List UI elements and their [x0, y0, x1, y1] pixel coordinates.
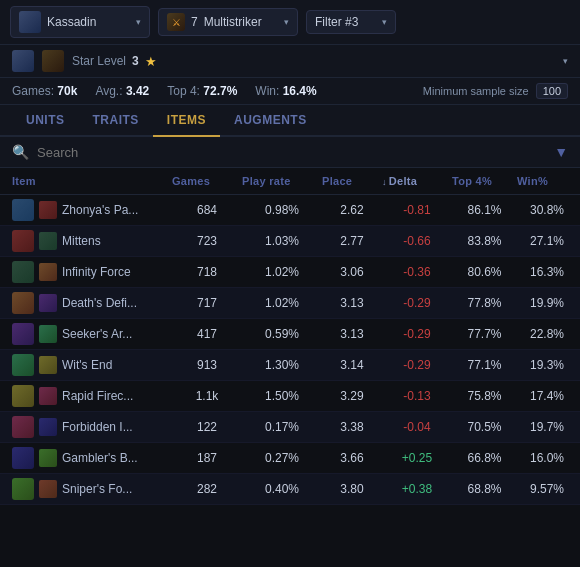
win-cell: 9.57%: [517, 482, 577, 496]
top4-cell: 83.8%: [452, 234, 517, 248]
top-bar: Kassadin ▾ ⚔ 7 Multistriker ▾ Filter #3 …: [0, 0, 580, 45]
item-cell: Zhonya's Pa...: [12, 199, 172, 221]
item-cell: Gambler's B...: [12, 447, 172, 469]
item-name: Infinity Force: [62, 265, 131, 279]
filter-icon[interactable]: ▼: [554, 144, 568, 160]
item-icon-primary: [12, 199, 34, 221]
table-row[interactable]: Seeker's Ar...4170.59%3.13-0.2977.7%22.8…: [0, 319, 580, 350]
win-cell: 19.9%: [517, 296, 577, 310]
delta-cell: -0.04: [382, 420, 452, 434]
top4-cell: 77.8%: [452, 296, 517, 310]
star-dropdown-arrow[interactable]: ▾: [563, 56, 568, 66]
win-cell: 30.8%: [517, 203, 577, 217]
item-icon-secondary: [39, 325, 57, 343]
search-input[interactable]: [37, 145, 546, 160]
games-cell: 913: [172, 358, 242, 372]
trait-dropdown-arrow: ▾: [284, 17, 289, 27]
item-icon-primary: [12, 416, 34, 438]
table-row[interactable]: Death's Defi...7171.02%3.13-0.2977.8%19.…: [0, 288, 580, 319]
top4-cell: 77.7%: [452, 327, 517, 341]
item-cell: Infinity Force: [12, 261, 172, 283]
item-icon-secondary: [39, 480, 57, 498]
avg-label: Avg.: 3.42: [95, 84, 149, 98]
item-icon-secondary: [39, 387, 57, 405]
filter-label: Filter #3: [315, 15, 358, 29]
win-cell: 19.7%: [517, 420, 577, 434]
th-games[interactable]: Games: [172, 173, 242, 189]
delta-cell: -0.29: [382, 296, 452, 310]
tab-items[interactable]: ITEMS: [153, 105, 220, 137]
place-cell: 3.38: [322, 420, 382, 434]
th-win-[interactable]: Win%: [517, 173, 577, 189]
tab-traits[interactable]: TRAITS: [79, 105, 153, 137]
item-icon-primary: [12, 323, 34, 345]
item-cell: Sniper's Fo...: [12, 478, 172, 500]
delta-cell: -0.66: [382, 234, 452, 248]
item-icon-primary: [12, 230, 34, 252]
min-sample-value[interactable]: 100: [536, 83, 568, 99]
avg-value: 3.42: [126, 84, 149, 98]
stats-icon-a: [12, 50, 34, 72]
item-icon-secondary: [39, 418, 57, 436]
filter-selector[interactable]: Filter #3 ▾: [306, 10, 396, 34]
table-row[interactable]: Sniper's Fo...2820.40%3.80+0.3868.8%9.57…: [0, 474, 580, 505]
item-icon-primary: [12, 354, 34, 376]
table-row[interactable]: Gambler's B...1870.27%3.66+0.2566.8%16.0…: [0, 443, 580, 474]
item-cell: Forbidden I...: [12, 416, 172, 438]
games-label: Games: 70k: [12, 84, 77, 98]
th-delta[interactable]: ↓Delta: [382, 173, 452, 189]
th-play-rate[interactable]: Play rate: [242, 173, 322, 189]
playrate-cell: 1.03%: [242, 234, 322, 248]
table-row[interactable]: Zhonya's Pa...6840.98%2.62-0.8186.1%30.8…: [0, 195, 580, 226]
th-item[interactable]: Item: [12, 173, 172, 189]
th-place[interactable]: Place: [322, 173, 382, 189]
top4-cell: 77.1%: [452, 358, 517, 372]
place-cell: 3.80: [322, 482, 382, 496]
games-cell: 417: [172, 327, 242, 341]
place-cell: 3.14: [322, 358, 382, 372]
item-name: Mittens: [62, 234, 101, 248]
win-cell: 19.3%: [517, 358, 577, 372]
item-icon-primary: [12, 292, 34, 314]
star-label: Star Level: [72, 54, 126, 68]
win-cell: 17.4%: [517, 389, 577, 403]
item-icon-primary: [12, 385, 34, 407]
place-cell: 2.62: [322, 203, 382, 217]
table-row[interactable]: Rapid Firec...1.1k1.50%3.29-0.1375.8%17.…: [0, 381, 580, 412]
place-cell: 3.29: [322, 389, 382, 403]
tab-augments[interactable]: AUGMENTS: [220, 105, 321, 137]
games-cell: 122: [172, 420, 242, 434]
champion-selector[interactable]: Kassadin ▾: [10, 6, 150, 38]
item-cell: Seeker's Ar...: [12, 323, 172, 345]
games-cell: 1.1k: [172, 389, 242, 403]
th-top---[interactable]: Top 4%: [452, 173, 517, 189]
table-body: Zhonya's Pa...6840.98%2.62-0.8186.1%30.8…: [0, 195, 580, 505]
champion-dropdown-arrow: ▾: [136, 17, 141, 27]
games-value: 70k: [57, 84, 77, 98]
table-row[interactable]: Wit's End9131.30%3.14-0.2977.1%19.3%↗: [0, 350, 580, 381]
item-name: Rapid Firec...: [62, 389, 133, 403]
place-cell: 3.13: [322, 327, 382, 341]
table-row[interactable]: Mittens7231.03%2.77-0.6683.8%27.1%↗: [0, 226, 580, 257]
table-row[interactable]: Infinity Force7181.02%3.06-0.3680.6%16.3…: [0, 257, 580, 288]
games-cell: 723: [172, 234, 242, 248]
trait-name: Multistriker: [204, 15, 262, 29]
delta-cell: -0.36: [382, 265, 452, 279]
trait-selector[interactable]: ⚔ 7 Multistriker ▾: [158, 8, 298, 36]
top4-value: 72.7%: [203, 84, 237, 98]
win-label: Win: 16.4%: [255, 84, 316, 98]
win-cell: 16.0%: [517, 451, 577, 465]
champion-name: Kassadin: [47, 15, 96, 29]
item-icon-secondary: [39, 356, 57, 374]
star-level-row: Star Level 3 ★ ▾: [0, 45, 580, 78]
playrate-cell: 1.50%: [242, 389, 322, 403]
delta-cell: -0.29: [382, 358, 452, 372]
playrate-cell: 1.30%: [242, 358, 322, 372]
trait-icon: ⚔: [167, 13, 185, 31]
place-cell: 3.66: [322, 451, 382, 465]
tab-units[interactable]: UNITS: [12, 105, 79, 137]
table-row[interactable]: Forbidden I...1220.17%3.38-0.0470.5%19.7…: [0, 412, 580, 443]
search-row: 🔍 ▼: [0, 137, 580, 168]
playrate-cell: 0.40%: [242, 482, 322, 496]
win-cell: 16.3%: [517, 265, 577, 279]
